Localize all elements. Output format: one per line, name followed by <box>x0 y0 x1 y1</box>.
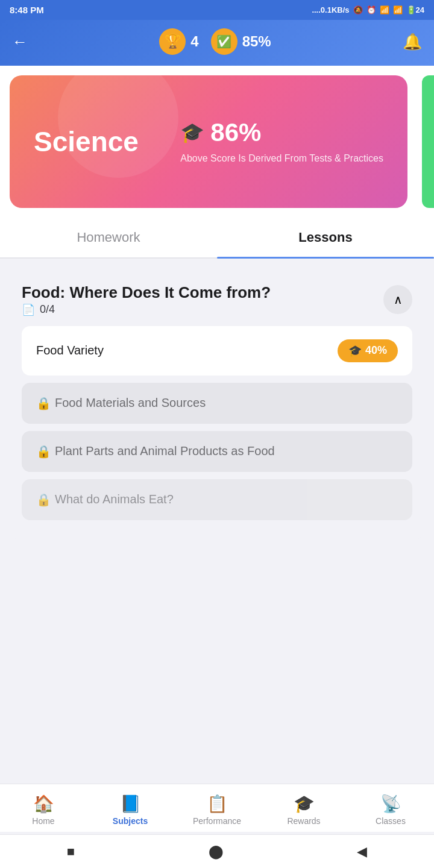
lesson-item-plant-parts: 🔒 Plant Parts and Animal Products as Foo… <box>22 431 412 472</box>
badge-score: 40% <box>365 344 387 357</box>
lesson-title-3: Plant Parts and Animal Products as Food <box>55 444 275 458</box>
status-right: ....0.1KB/s 🔕 ⏰ 📶 📶 🔋24 <box>312 5 424 14</box>
lesson-title-2: Food Materials and Sources <box>55 396 206 410</box>
next-card-peek <box>422 75 434 208</box>
nav-item-classes[interactable]: 📡 Classes <box>347 790 434 829</box>
accuracy-badge: ✅ 85% <box>211 28 271 55</box>
lesson-group: Food: Where Does It Come from? 📄 0/4 ∧ F… <box>10 271 424 539</box>
lesson-title-4: What do Animals Eat? <box>55 492 174 506</box>
subjects-icon: 📘 <box>120 794 141 814</box>
lock-icon-2: 🔒 <box>36 444 51 459</box>
lesson-item-food-variety[interactable]: Food Variety 🎓 40% <box>22 326 412 376</box>
trophy-badge: 🏆 4 <box>159 28 198 55</box>
subject-score-area: 🎓 86% Above Score Is Derived From Tests … <box>180 118 383 165</box>
nav-item-subjects[interactable]: 📘 Subjects <box>87 790 174 829</box>
lesson-score-badge: 🎓 40% <box>338 339 398 362</box>
status-bar: 8:48 PM ....0.1KB/s 🔕 ⏰ 📶 📶 🔋24 <box>0 0 434 20</box>
tab-lessons[interactable]: Lessons <box>217 218 434 257</box>
accuracy-icon-circle: ✅ <box>211 28 237 55</box>
bottom-nav: 🏠 Home 📘 Subjects 📋 Performance 🎓 Reward… <box>0 784 434 832</box>
classes-icon: 📡 <box>380 794 401 814</box>
lock-icon-3: 🔒 <box>36 492 51 507</box>
home-button[interactable]: ⬤ <box>209 844 224 860</box>
lesson-item-left-4: 🔒 What do Animals Eat? <box>36 492 174 507</box>
tabs-container: Homework Lessons <box>0 218 434 259</box>
notification-button[interactable]: 🔔 <box>403 33 422 51</box>
score-description: Above Score Is Derived From Tests & Prac… <box>180 152 383 165</box>
android-nav-bar: ■ ⬤ ◀ <box>0 834 434 868</box>
back-button[interactable]: ← <box>12 34 28 49</box>
home-icon: 🏠 <box>33 794 54 814</box>
score-row: 🎓 86% <box>180 118 383 147</box>
header-left: ← <box>12 34 28 49</box>
subject-score: 86% <box>210 118 261 147</box>
rewards-icon: 🎓 <box>294 794 315 814</box>
trophy-icon-circle: 🏆 <box>159 28 186 55</box>
lesson-item-left-3: 🔒 Plant Parts and Animal Products as Foo… <box>36 444 275 459</box>
alarm-icon: ⏰ <box>366 5 376 14</box>
accuracy-value: 85% <box>242 33 271 50</box>
tab-homework[interactable]: Homework <box>0 218 217 257</box>
recents-button[interactable]: ■ <box>67 844 75 860</box>
progress-icon: 📄 <box>22 303 35 316</box>
subject-card-science[interactable]: Science 🎓 86% Above Score Is Derived Fro… <box>10 75 407 208</box>
lessons-content: Food: Where Does It Come from? 📄 0/4 ∧ F… <box>0 259 434 561</box>
signal-icon: 📶 <box>380 5 389 14</box>
nav-item-performance[interactable]: 📋 Performance <box>174 790 260 829</box>
trophy-count: 4 <box>190 33 198 50</box>
lesson-title: Food Variety <box>36 344 104 357</box>
lock-icon-1: 🔒 <box>36 396 51 410</box>
lesson-progress: 📄 0/4 <box>22 303 280 316</box>
home-label: Home <box>32 816 54 826</box>
lesson-item-animals-eat: 🔒 What do Animals Eat? <box>22 479 412 520</box>
performance-label: Performance <box>193 816 241 826</box>
network-indicator: ....0.1KB/s <box>312 5 349 14</box>
lesson-item-left: Food Variety <box>36 344 104 357</box>
battery-icon: 🔋24 <box>406 5 424 14</box>
nav-item-home[interactable]: 🏠 Home <box>0 790 87 829</box>
wifi-icon: 📶 <box>393 5 403 14</box>
chevron-up-icon: ∧ <box>394 292 403 307</box>
lesson-group-title: Food: Where Does It Come from? <box>22 283 271 303</box>
accuracy-icon: ✅ <box>216 34 231 49</box>
subject-name: Science <box>34 125 139 158</box>
lesson-group-info: Food: Where Does It Come from? 📄 0/4 <box>22 283 280 316</box>
trophy-icon: 🏆 <box>165 34 181 49</box>
lesson-item-food-materials: 🔒 Food Materials and Sources <box>22 383 412 424</box>
rewards-label: Rewards <box>287 816 320 826</box>
mute-icon: 🔕 <box>353 5 363 14</box>
subject-card-carousel: Science 🎓 86% Above Score Is Derived Fro… <box>0 66 434 218</box>
progress-value: 0/4 <box>40 303 55 316</box>
badge-icon: 🎓 <box>348 344 362 357</box>
collapse-button[interactable]: ∧ <box>383 285 412 314</box>
lesson-group-header: Food: Where Does It Come from? 📄 0/4 ∧ <box>22 283 412 316</box>
lesson-item-left-2: 🔒 Food Materials and Sources <box>36 396 206 410</box>
header-center: 🏆 4 ✅ 85% <box>159 28 271 55</box>
nav-item-rewards[interactable]: 🎓 Rewards <box>260 790 347 829</box>
subjects-label: Subjects <box>113 816 148 826</box>
classes-label: Classes <box>376 816 406 826</box>
status-time: 8:48 PM <box>10 5 44 15</box>
app-header: ← 🏆 4 ✅ 85% 🔔 <box>0 20 434 66</box>
back-nav-button[interactable]: ◀ <box>357 844 367 860</box>
performance-icon: 📋 <box>207 794 228 814</box>
score-icon: 🎓 <box>180 121 204 144</box>
